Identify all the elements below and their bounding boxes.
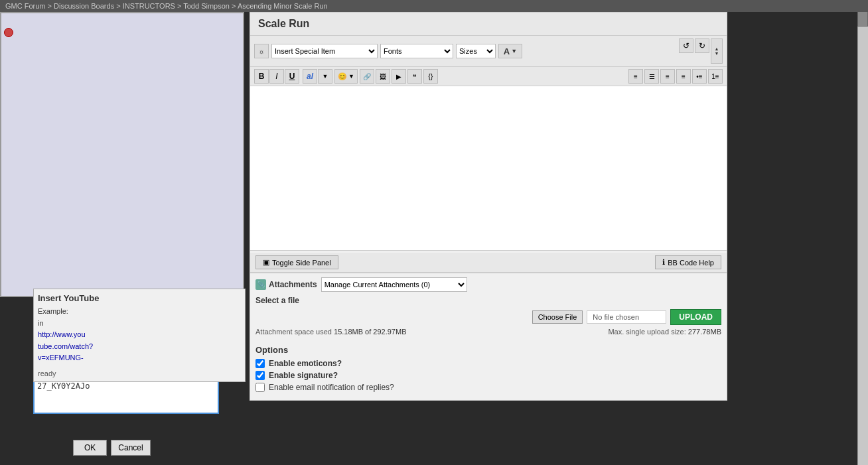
file-upload-row: Choose File No file chosen UPLOAD xyxy=(255,309,721,325)
enable-signature-label: Enable signature? xyxy=(269,371,338,380)
enable-signature-row: Enable signature? xyxy=(255,371,721,380)
manage-attachments-select[interactable]: Manage Current Attachments (0) xyxy=(321,277,467,292)
youtube-popup-title: Insert YouTube xyxy=(38,293,241,303)
format-buttons: B I U xyxy=(254,69,299,84)
align-buttons: ≡ ☰ ≡ ≡ •≡ 1≡ xyxy=(628,69,723,84)
enable-signature-checkbox[interactable] xyxy=(255,371,265,380)
enable-email-row: Enable email notification of replies? xyxy=(255,383,721,392)
image-btn[interactable]: 🖼 xyxy=(376,69,390,84)
align-center-btn[interactable]: ☰ xyxy=(644,69,659,84)
scrollbar[interactable] xyxy=(857,0,868,465)
choose-file-btn[interactable]: Choose File xyxy=(532,310,583,324)
refresh-btns: ↺ ↻ ▲ ▼ xyxy=(679,38,723,64)
editor-textarea[interactable] xyxy=(250,86,727,251)
align-right-btn[interactable]: ≡ xyxy=(660,69,675,84)
ok-button[interactable]: OK xyxy=(73,440,107,456)
breadcrumb: GMC Forum > Discussion Boards > INSTRUCT… xyxy=(0,0,868,12)
editor-title: Scale Run xyxy=(250,13,727,36)
video-btn[interactable]: ▶ xyxy=(392,69,406,84)
youtube-popup: Insert YouTube Example: in http://www.yo… xyxy=(33,289,246,382)
ready-label: ready xyxy=(38,369,241,377)
enable-email-checkbox[interactable] xyxy=(255,383,265,392)
color-text-btn[interactable]: al xyxy=(303,69,317,84)
attachments-section: 📎 Attachments Manage Current Attachments… xyxy=(250,273,727,340)
align-justify-btn[interactable]: ≡ xyxy=(676,69,691,84)
close-icon[interactable] xyxy=(4,28,13,37)
content-tek-input[interactable]: 27_KY0Y2AJo xyxy=(33,377,219,414)
select-file-label: Select a file xyxy=(255,296,721,305)
ok-cancel-bar: OK Cancel xyxy=(73,440,151,456)
attachment-space-row: Attachment space used 15.18MB of 292.97M… xyxy=(255,328,721,336)
special-icon-btn[interactable]: ☼ xyxy=(254,44,269,58)
font-color-btn[interactable]: A ▼ xyxy=(498,44,522,58)
no-file-chosen: No file chosen xyxy=(587,310,666,324)
editor-bottom-bar: ▣ Toggle Side Panel ℹ BB Code Help xyxy=(250,253,727,273)
attachments-icon: 📎 xyxy=(255,279,266,290)
bbcode-help-btn[interactable]: ℹ BB Code Help xyxy=(655,255,721,269)
enable-emoticons-row: Enable emoticons? xyxy=(255,359,721,368)
link-btn[interactable]: 🔗 xyxy=(360,69,374,84)
updown-btn[interactable]: ▲ ▼ xyxy=(711,38,723,64)
code-btn[interactable]: {} xyxy=(423,69,438,84)
toolbar-row1: ☼ Insert Special Item Fonts Sizes A ▼ ↺ … xyxy=(250,36,727,67)
unordered-list-btn[interactable]: •≡ xyxy=(692,69,707,84)
attachments-header: 📎 Attachments Manage Current Attachments… xyxy=(255,277,721,292)
sizes-select[interactable]: Sizes xyxy=(456,44,496,58)
attachments-label: 📎 Attachments xyxy=(255,279,317,290)
cancel-button[interactable]: Cancel xyxy=(111,440,150,456)
italic-btn[interactable]: I xyxy=(269,69,284,84)
ordered-list-btn[interactable]: 1≡ xyxy=(708,69,723,84)
insert-special-select[interactable]: Insert Special Item xyxy=(271,44,378,58)
enable-emoticons-checkbox[interactable] xyxy=(255,359,265,368)
editor-panel: Scale Run ☼ Insert Special Item Fonts Si… xyxy=(250,12,727,401)
options-section: Options Enable emoticons? Enable signatu… xyxy=(250,340,727,400)
upload-btn[interactable]: UPLOAD xyxy=(670,309,721,325)
enable-emoticons-label: Enable emoticons? xyxy=(269,359,342,368)
underline-btn[interactable]: U xyxy=(285,69,299,84)
color-format-group: al ▼ xyxy=(303,69,332,84)
options-title: Options xyxy=(255,345,721,355)
align-left-btn[interactable]: ≡ xyxy=(628,69,643,84)
bold-btn[interactable]: B xyxy=(254,69,269,84)
smiley-btn[interactable]: 😊 ▼ xyxy=(334,69,358,84)
quote-btn[interactable]: ❝ xyxy=(407,69,422,84)
undo-btn[interactable]: ↺ xyxy=(679,38,693,53)
enable-email-label: Enable email notification of replies? xyxy=(269,383,394,392)
media-buttons: 🔗 🖼 ▶ ❝ {} xyxy=(360,69,438,84)
side-panel xyxy=(0,12,244,297)
color-dropdown-btn[interactable]: ▼ xyxy=(318,69,332,84)
toggle-side-panel-btn[interactable]: ▣ Toggle Side Panel xyxy=(255,255,338,269)
redo-btn[interactable]: ↻ xyxy=(695,38,709,53)
toolbar-row2: B I U al ▼ 😊 ▼ 🔗 🖼 ▶ ❝ {} ≡ ☰ ≡ ≡ •≡ 1≡ xyxy=(250,67,727,86)
youtube-example: Example: in http://www.you tube.com/watc… xyxy=(38,306,241,364)
fonts-select[interactable]: Fonts xyxy=(380,44,453,58)
